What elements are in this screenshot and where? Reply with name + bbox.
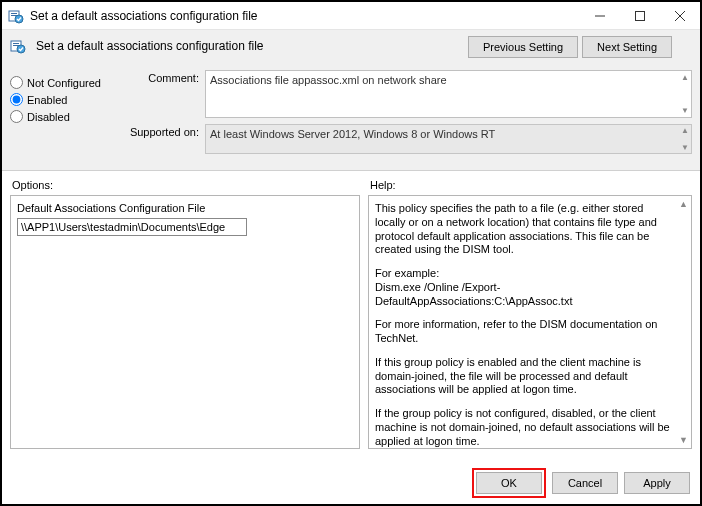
option-field-label: Default Associations Configuration File (17, 202, 353, 214)
radio-disabled-input[interactable] (10, 110, 23, 123)
scroll-up-icon[interactable]: ▲ (681, 126, 689, 135)
radio-enabled[interactable]: Enabled (10, 93, 120, 106)
dialog-footer: OK Cancel Apply (472, 468, 690, 498)
help-paragraph: This policy specifies the path to a file… (375, 202, 675, 257)
titlebar: Set a default associations configuration… (2, 2, 700, 30)
next-setting-button[interactable]: Next Setting (582, 36, 672, 58)
scroll-down-icon[interactable]: ▼ (679, 435, 688, 445)
supported-on-value: At least Windows Server 2012, Windows 8 … (210, 128, 495, 140)
radio-not-configured-label: Not Configured (27, 77, 101, 89)
policy-icon (10, 38, 26, 54)
minimize-button[interactable] (580, 2, 620, 30)
help-paragraph: For more information, refer to the DISM … (375, 318, 675, 346)
help-paragraph: For example: Dism.exe /Online /Export-De… (375, 267, 675, 308)
config-file-path-input[interactable] (17, 218, 247, 236)
help-line: Dism.exe /Online /Export-DefaultAppAssoc… (375, 281, 572, 307)
help-paragraph: If the group policy is not configured, d… (375, 407, 675, 448)
supported-on-box: At least Windows Server 2012, Windows 8 … (205, 124, 692, 154)
comment-value: Associations file appassoc.xml on networ… (210, 74, 447, 86)
state-radio-group: Not Configured Enabled Disabled (10, 62, 120, 127)
options-label: Options: (10, 177, 360, 195)
policy-icon (8, 8, 24, 24)
options-panel: Default Associations Configuration File (10, 195, 360, 449)
window-controls (580, 2, 700, 30)
cancel-button[interactable]: Cancel (552, 472, 618, 494)
policy-title: Set a default associations configuration… (36, 39, 263, 53)
scroll-down-icon[interactable]: ▼ (681, 106, 689, 115)
window-title: Set a default associations configuration… (30, 9, 257, 23)
comment-textarea[interactable]: Associations file appassoc.xml on networ… (205, 70, 692, 118)
close-button[interactable] (660, 2, 700, 30)
settings-header-panel: Set a default associations configuration… (2, 30, 700, 171)
help-panel: ▲ ▼ This policy specifies the path to a … (368, 195, 692, 449)
help-line: For example: (375, 267, 439, 279)
svg-rect-5 (636, 11, 645, 20)
svg-rect-9 (13, 43, 19, 44)
previous-setting-button[interactable]: Previous Setting (468, 36, 578, 58)
apply-button[interactable]: Apply (624, 472, 690, 494)
supported-on-label: Supported on: (125, 124, 205, 154)
radio-enabled-label: Enabled (27, 94, 67, 106)
radio-not-configured-input[interactable] (10, 76, 23, 89)
scroll-up-icon[interactable]: ▲ (681, 73, 689, 82)
maximize-button[interactable] (620, 2, 660, 30)
help-paragraph: If this group policy is enabled and the … (375, 356, 675, 397)
radio-disabled-label: Disabled (27, 111, 70, 123)
ok-highlight: OK (472, 468, 546, 498)
radio-disabled[interactable]: Disabled (10, 110, 120, 123)
svg-rect-1 (11, 13, 17, 14)
scroll-up-icon[interactable]: ▲ (679, 199, 688, 209)
ok-button[interactable]: OK (476, 472, 542, 494)
radio-enabled-input[interactable] (10, 93, 23, 106)
help-text: This policy specifies the path to a file… (375, 202, 685, 449)
scroll-down-icon[interactable]: ▼ (681, 143, 689, 152)
comment-label: Comment: (125, 70, 205, 118)
help-label: Help: (368, 177, 692, 195)
radio-not-configured[interactable]: Not Configured (10, 76, 120, 89)
lower-panel: Options: Default Associations Configurat… (2, 171, 700, 453)
